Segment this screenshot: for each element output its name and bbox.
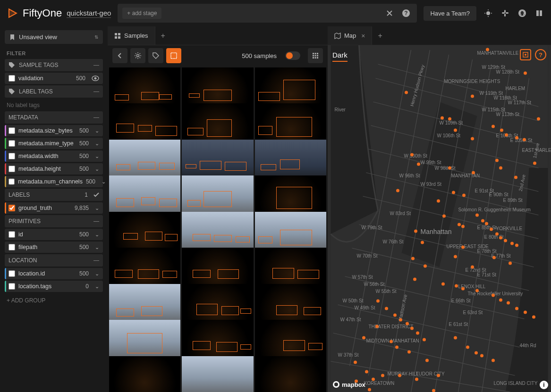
tab-samples[interactable]: Samples bbox=[108, 26, 155, 45]
tag-button[interactable] bbox=[148, 48, 163, 63]
map-point[interactable] bbox=[524, 72, 527, 75]
map-info-button[interactable]: i bbox=[540, 381, 548, 389]
map-point[interactable] bbox=[504, 239, 507, 242]
map-draw-button[interactable] bbox=[520, 49, 531, 60]
field-checkbox[interactable] bbox=[8, 153, 15, 159]
theme-toggle[interactable] bbox=[482, 7, 494, 19]
sample-thumbnail[interactable] bbox=[109, 356, 180, 392]
app-logo[interactable]: FiftyOne bbox=[6, 7, 62, 20]
clear-view-button[interactable] bbox=[384, 8, 395, 19]
teams-button[interactable]: Have a Team? bbox=[424, 6, 476, 21]
map-point[interactable] bbox=[405, 91, 408, 94]
map-point[interactable] bbox=[492, 256, 496, 259]
map-point[interactable] bbox=[410, 153, 414, 157]
map-point[interactable] bbox=[421, 241, 424, 244]
color-toggle[interactable] bbox=[285, 51, 300, 60]
field-filepath[interactable]: filepath 500 ⌄ bbox=[5, 242, 103, 253]
map-point[interactable] bbox=[424, 265, 427, 268]
field-metadata-num_channels[interactable]: metadata.num_channels 500 ⌄ bbox=[5, 176, 103, 187]
map-point[interactable] bbox=[425, 359, 429, 362]
map-point[interactable] bbox=[365, 370, 368, 374]
map-point[interactable] bbox=[423, 338, 426, 342]
map-point[interactable] bbox=[472, 171, 475, 175]
map-point[interactable] bbox=[441, 283, 445, 286]
map-point[interactable] bbox=[396, 189, 399, 192]
map-point[interactable] bbox=[533, 162, 536, 165]
close-tab-button[interactable]: × bbox=[361, 32, 365, 40]
map-point[interactable] bbox=[537, 117, 540, 121]
map-point[interactable] bbox=[455, 284, 458, 288]
map-point[interactable] bbox=[505, 133, 508, 137]
mapbox-attribution[interactable]: mapbox bbox=[332, 381, 365, 388]
map-point[interactable] bbox=[376, 300, 380, 303]
map-point[interactable] bbox=[441, 117, 444, 120]
map-point[interactable] bbox=[385, 307, 388, 310]
patches-button[interactable] bbox=[166, 48, 181, 63]
field-metadata-mime_type[interactable]: metadata.mime_type 500 ⌄ bbox=[5, 138, 103, 149]
map-point[interactable] bbox=[407, 350, 411, 354]
map-point[interactable] bbox=[406, 322, 409, 325]
map-point[interactable] bbox=[514, 176, 517, 179]
add-stage-button[interactable]: + add stage bbox=[122, 8, 161, 19]
primitives-group[interactable]: PRIMITIVES — bbox=[5, 215, 103, 227]
field-checkbox[interactable] bbox=[8, 231, 15, 238]
docs-link[interactable] bbox=[533, 7, 545, 19]
sample-thumbnail[interactable] bbox=[255, 356, 326, 392]
map-point[interactable] bbox=[454, 255, 457, 259]
map-point[interactable] bbox=[437, 374, 440, 377]
map-point[interactable] bbox=[399, 318, 402, 322]
map-point[interactable] bbox=[507, 301, 510, 305]
map-point[interactable] bbox=[481, 219, 484, 223]
map-point[interactable] bbox=[495, 159, 499, 162]
map-canvas[interactable]: Dark ? bbox=[328, 45, 551, 392]
map-point[interactable] bbox=[471, 266, 474, 269]
map-point[interactable] bbox=[398, 374, 401, 377]
field-checkbox[interactable] bbox=[8, 75, 15, 82]
map-point[interactable] bbox=[390, 340, 393, 343]
map-point[interactable] bbox=[410, 327, 414, 330]
map-point[interactable] bbox=[454, 336, 457, 340]
map-point[interactable] bbox=[415, 378, 418, 381]
field-metadata-height[interactable]: metadata.height 500 ⌄ bbox=[5, 163, 103, 175]
field-metadata-width[interactable]: metadata.width 500 ⌄ bbox=[5, 150, 103, 162]
map-point[interactable] bbox=[414, 230, 417, 233]
sample-thumbnail[interactable] bbox=[182, 356, 253, 392]
dataset-selector[interactable]: quickstart-geo bbox=[67, 9, 111, 18]
map-point[interactable] bbox=[417, 163, 420, 166]
map-point[interactable] bbox=[492, 125, 495, 128]
map-point[interactable] bbox=[475, 289, 479, 292]
map-point[interactable] bbox=[372, 378, 375, 381]
field-checkbox[interactable] bbox=[8, 166, 15, 172]
view-selector[interactable]: Unsaved view ⇅ bbox=[5, 30, 103, 44]
eye-icon[interactable] bbox=[92, 75, 99, 81]
map-point[interactable] bbox=[485, 222, 488, 225]
map-point[interactable] bbox=[368, 388, 371, 392]
map-point[interactable] bbox=[471, 137, 474, 141]
map-point[interactable] bbox=[461, 225, 465, 228]
sample-grid[interactable] bbox=[108, 66, 328, 392]
map-help-button[interactable]: ? bbox=[535, 49, 546, 60]
field-checkbox[interactable] bbox=[8, 283, 15, 290]
map-point[interactable] bbox=[375, 325, 379, 328]
map-point[interactable] bbox=[462, 194, 466, 197]
map-point[interactable] bbox=[471, 95, 474, 98]
map-point[interactable] bbox=[475, 214, 479, 217]
map-point[interactable] bbox=[454, 129, 457, 132]
label-tags-group[interactable]: LABEL TAGS — bbox=[5, 85, 103, 98]
field-checkbox[interactable] bbox=[8, 205, 15, 211]
map-point[interactable] bbox=[499, 167, 502, 170]
map-point[interactable] bbox=[411, 257, 415, 260]
map-point[interactable] bbox=[437, 200, 440, 203]
field-location-tags[interactable]: location.tags 0 ⌄ bbox=[5, 281, 103, 292]
field-checkbox[interactable] bbox=[8, 140, 15, 147]
map-point[interactable] bbox=[509, 262, 512, 265]
map-point[interactable] bbox=[466, 346, 469, 349]
map-point[interactable] bbox=[490, 228, 493, 231]
map-point[interactable] bbox=[486, 48, 489, 51]
map-point[interactable] bbox=[458, 223, 461, 226]
field-checkbox[interactable] bbox=[8, 127, 15, 134]
field-ground-truth[interactable]: ground_truth 9,835 ⌄ bbox=[5, 202, 103, 214]
field-checkbox[interactable] bbox=[8, 178, 15, 185]
settings-button[interactable] bbox=[130, 48, 145, 63]
map-point[interactable] bbox=[515, 136, 518, 140]
